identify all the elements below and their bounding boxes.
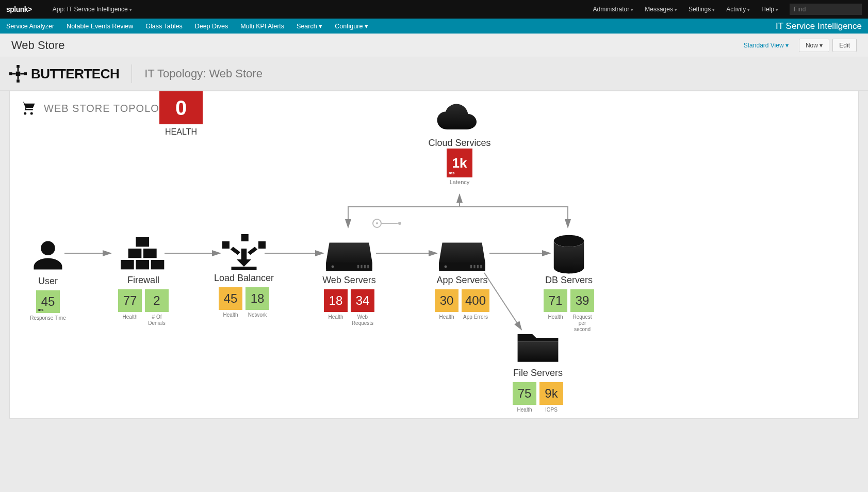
node-cloud-name: Cloud Services bbox=[418, 138, 501, 149]
svg-rect-41 bbox=[477, 265, 479, 268]
nav-search[interactable]: Search ▾ bbox=[297, 22, 322, 30]
node-load-balancer[interactable]: Load Balancer 45 18 HealthNetwork bbox=[203, 234, 285, 318]
chevron-down-icon: ▾ bbox=[820, 42, 823, 49]
settings-menu[interactable]: Settings▾ bbox=[689, 6, 715, 13]
nav-multi-kpi[interactable]: Multi KPI Alerts bbox=[240, 23, 284, 30]
kpi-app-errors[interactable]: 400 bbox=[462, 289, 489, 312]
nav-deep-dives[interactable]: Deep Dives bbox=[195, 23, 228, 30]
kpi-firewall-denials[interactable]: 2 bbox=[145, 289, 169, 312]
svg-rect-8 bbox=[20, 73, 24, 75]
cloud-icon bbox=[435, 99, 484, 136]
server-icon bbox=[324, 236, 374, 273]
administrator-label: Administrator bbox=[593, 6, 630, 13]
kpi-file-iops[interactable]: 9k bbox=[539, 382, 563, 405]
node-file-servers[interactable]: File Servers 75 9k HealthIOPS bbox=[497, 329, 579, 413]
node-db-name: DB Servers bbox=[528, 275, 610, 286]
nav-bar: Service Analyzer Notable Events Review G… bbox=[0, 19, 868, 34]
nav-configure[interactable]: Configure ▾ bbox=[335, 22, 368, 30]
company-name: BUTTERTECH bbox=[31, 66, 119, 82]
kpi-value: 71 bbox=[549, 294, 563, 307]
health-big-kpi[interactable]: 0 HEALTH bbox=[159, 91, 203, 137]
nav-brand: IT Service Intelligence bbox=[776, 21, 862, 31]
node-user[interactable]: User 45ms Response Time bbox=[17, 237, 79, 321]
messages-menu[interactable]: Messages▾ bbox=[645, 6, 677, 13]
edit-button[interactable]: Edit bbox=[832, 39, 857, 52]
kpi-lb-health[interactable]: 45 bbox=[219, 287, 242, 310]
kpi-cloud-latency[interactable]: 1k ms bbox=[447, 149, 472, 177]
nav-service-analyzer[interactable]: Service Analyzer bbox=[6, 23, 54, 30]
nav-glass-tables[interactable]: Glass Tables bbox=[145, 23, 182, 30]
glass-table-canvas[interactable]: WEB STORE TOPOLOGY 0 HEALTH bbox=[9, 91, 859, 419]
svg-rect-28 bbox=[241, 234, 249, 241]
kpi-value: 18 bbox=[329, 294, 343, 307]
kpi-unit: ms bbox=[38, 307, 44, 312]
svg-rect-4 bbox=[16, 72, 21, 76]
administrator-menu[interactable]: Administrator▾ bbox=[593, 6, 634, 13]
node-firewall[interactable]: Firewall 77 2 Health# Of Denials bbox=[105, 236, 182, 326]
svg-rect-40 bbox=[473, 265, 475, 268]
svg-point-18 bbox=[376, 222, 378, 224]
svg-rect-35 bbox=[364, 265, 366, 268]
kpi-db-rps[interactable]: 39 bbox=[570, 289, 594, 312]
settings-label: Settings bbox=[689, 6, 711, 13]
kpi-web-health[interactable]: 18 bbox=[324, 289, 348, 312]
title-bar: Web Store Standard View ▾ Now ▾ Edit bbox=[0, 34, 868, 57]
svg-point-17 bbox=[373, 219, 381, 227]
node-app-servers[interactable]: App Servers 30 400 HealthApp Errors bbox=[418, 236, 506, 320]
kpi-value: 77 bbox=[123, 294, 137, 307]
kpi-value: 18 bbox=[251, 292, 265, 305]
svg-rect-31 bbox=[232, 267, 257, 270]
app-switcher[interactable]: App: IT Service Intelligence▾ bbox=[53, 6, 132, 13]
svg-rect-42 bbox=[480, 265, 482, 268]
find-input[interactable] bbox=[790, 4, 862, 15]
kpi-value: 45 bbox=[41, 296, 55, 308]
kpi-db-health[interactable]: 71 bbox=[544, 289, 567, 312]
kpi-caption: # Of Denials bbox=[145, 314, 169, 326]
svg-rect-2 bbox=[24, 72, 27, 75]
kpi-web-requests[interactable]: 34 bbox=[351, 289, 374, 312]
timepicker-now-button[interactable]: Now ▾ bbox=[799, 39, 829, 52]
help-label: Help bbox=[761, 6, 774, 13]
chevron-down-icon: ▾ bbox=[365, 23, 368, 30]
user-icon bbox=[23, 237, 73, 274]
svg-rect-7 bbox=[12, 73, 16, 75]
kpi-firewall-health[interactable]: 77 bbox=[118, 289, 142, 312]
node-cloud-services[interactable]: Cloud Services 1k ms Latency bbox=[418, 99, 501, 185]
svg-rect-34 bbox=[361, 265, 362, 268]
svg-rect-45 bbox=[518, 341, 559, 362]
svg-rect-24 bbox=[151, 260, 165, 269]
kpi-value: 75 bbox=[518, 387, 532, 400]
kpi-app-health[interactable]: 30 bbox=[435, 289, 458, 312]
kpi-file-health[interactable]: 75 bbox=[513, 382, 536, 405]
timepicker-label: Now bbox=[806, 42, 818, 49]
messages-label: Messages bbox=[645, 6, 673, 13]
panel-title: WEB STORE TOPOLOGY bbox=[19, 101, 175, 116]
kpi-caption: App Errors bbox=[462, 314, 489, 320]
kpi-lb-network[interactable]: 18 bbox=[245, 287, 269, 310]
node-db-servers[interactable]: DB Servers 71 39 HealthRequest per secon… bbox=[528, 236, 610, 333]
help-menu[interactable]: Help▾ bbox=[761, 6, 778, 13]
node-web-servers[interactable]: Web Servers 18 34 HealthWeb Requests bbox=[308, 236, 390, 326]
panel-title-text: WEB STORE TOPOLOGY bbox=[44, 103, 175, 114]
activity-menu[interactable]: Activity▾ bbox=[726, 6, 750, 13]
firewall-icon bbox=[119, 236, 168, 273]
server-icon bbox=[437, 236, 487, 273]
node-lb-name: Load Balancer bbox=[203, 273, 285, 284]
chevron-down-icon: ▾ bbox=[631, 7, 633, 12]
kpi-caption: Response Time bbox=[30, 315, 65, 321]
kpi-user-response-time[interactable]: 45ms bbox=[36, 290, 60, 313]
kpi-value: 2 bbox=[153, 294, 160, 307]
node-file-name: File Servers bbox=[497, 368, 579, 379]
nav-notable-events[interactable]: Notable Events Review bbox=[67, 23, 133, 30]
svg-rect-27 bbox=[136, 237, 149, 247]
node-user-name: User bbox=[17, 276, 79, 287]
svg-rect-0 bbox=[17, 65, 20, 68]
kpi-caption: Health bbox=[219, 312, 242, 318]
vertical-divider bbox=[132, 64, 132, 83]
health-big-caption: HEALTH bbox=[159, 127, 203, 137]
standard-view-link[interactable]: Standard View ▾ bbox=[744, 42, 789, 49]
company-logomark-icon bbox=[9, 65, 27, 83]
svg-rect-29 bbox=[222, 241, 230, 249]
kpi-caption: Health bbox=[435, 314, 458, 320]
database-icon bbox=[544, 236, 594, 273]
